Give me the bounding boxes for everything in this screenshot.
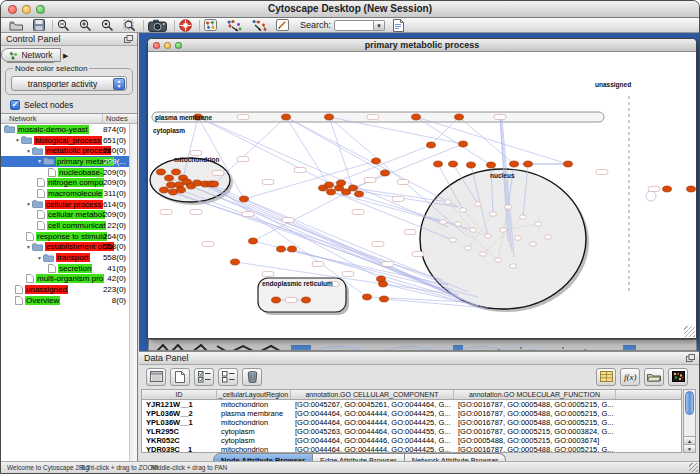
network-node[interactable]	[427, 142, 436, 148]
network-node-label[interactable]	[237, 115, 249, 120]
network-node[interactable]	[272, 297, 281, 303]
network-node-label[interactable]	[262, 272, 274, 277]
network-node[interactable]	[363, 294, 372, 300]
network-node-label[interactable]	[242, 212, 254, 217]
network-node-label[interactable]	[342, 272, 354, 277]
table-row[interactable]: YPL036W__1mitochondrion[GO:0044464, GO:0…	[142, 418, 681, 427]
network-node[interactable]	[520, 215, 527, 219]
network-node[interactable]	[535, 222, 542, 226]
network-node[interactable]	[302, 297, 311, 303]
tree-row[interactable]: cell communicat22(0)	[1, 220, 137, 231]
float-panel-icon[interactable]	[124, 35, 133, 45]
network-node[interactable]	[165, 175, 174, 181]
network-node[interactable]	[687, 186, 696, 192]
network-node-label[interactable]	[190, 151, 202, 156]
tree-row[interactable]: cellular metabol209(0)	[1, 210, 137, 221]
network-node[interactable]	[500, 228, 507, 232]
select-all-attributes-icon[interactable]	[194, 368, 214, 386]
new-attribute-icon[interactable]	[170, 368, 190, 386]
network-node-label[interactable]	[412, 252, 424, 257]
network-node[interactable]	[157, 169, 166, 175]
network-node[interactable]	[412, 114, 421, 120]
network-node[interactable]	[434, 161, 443, 167]
table-row[interactable]: YLR295Ccytoplasm[GO:0045263, GO:0044464,…	[142, 427, 681, 436]
tree-row[interactable]: ▼cellular process614(0)	[1, 199, 137, 210]
disclosure-triangle-icon[interactable]: ▼	[26, 148, 31, 154]
document-icon[interactable]	[393, 18, 404, 32]
zoom-out-icon[interactable]	[57, 18, 70, 32]
network-node[interactable]	[495, 258, 502, 262]
column-header[interactable]: ID	[142, 390, 217, 399]
minimize-window-icon[interactable]	[22, 5, 31, 14]
network-node[interactable]	[193, 180, 202, 186]
background-window-sliver[interactable]	[148, 339, 697, 351]
network-node-label[interactable]	[648, 187, 660, 192]
network-node[interactable]	[349, 185, 358, 191]
unselect-all-attributes-icon[interactable]	[218, 368, 238, 386]
network-node[interactable]	[337, 180, 346, 186]
network-node-label[interactable]	[237, 157, 249, 162]
tree-row[interactable]: response to stimulu264(0)	[1, 231, 137, 242]
open-session-icon[interactable]	[9, 18, 24, 32]
network-node[interactable]	[355, 191, 364, 197]
zoom-fit-icon[interactable]	[123, 18, 136, 32]
network-node[interactable]	[505, 205, 512, 209]
search-dropdown-arrow-icon[interactable]: ▼	[374, 20, 385, 31]
import-network-icon[interactable]	[226, 18, 242, 32]
scroll-up-icon[interactable]: ▲	[684, 436, 695, 444]
network-node[interactable]	[480, 252, 487, 256]
network-node[interactable]	[372, 158, 381, 164]
network-node[interactable]	[167, 182, 176, 188]
window-resize-grip-icon[interactable]	[689, 463, 698, 472]
network-node[interactable]	[510, 264, 517, 268]
scroll-down-icon[interactable]: ▼	[684, 444, 695, 452]
network-node[interactable]	[327, 189, 336, 195]
network-node[interactable]	[663, 186, 672, 192]
minimize-frame-icon[interactable]	[164, 42, 171, 49]
network-node[interactable]	[450, 238, 457, 242]
network-node[interactable]	[510, 161, 519, 167]
network-node-label[interactable]	[372, 242, 384, 247]
network-node[interactable]	[440, 220, 447, 224]
network-node[interactable]	[379, 281, 388, 287]
network-node-label[interactable]	[202, 242, 214, 247]
matrix-view-icon[interactable]	[668, 368, 688, 386]
network-node-label[interactable]	[212, 171, 224, 176]
table-row[interactable]: YJR121W__1mitochondrion[GO:0045267, GO:0…	[142, 400, 681, 409]
column-header[interactable]: _cellularLayoutRegion	[217, 390, 291, 399]
attribute-list-icon[interactable]	[146, 368, 166, 386]
network-node-label[interactable]	[382, 262, 394, 267]
network-node[interactable]	[282, 114, 291, 120]
table-scrollbar[interactable]: ▲ ▼	[683, 389, 696, 453]
tab-scroll-right-icon[interactable]: ▶	[63, 52, 68, 60]
network-node[interactable]	[490, 212, 497, 216]
float-panel-icon[interactable]	[686, 354, 695, 364]
network-node-label[interactable]	[262, 180, 274, 185]
network-node-label[interactable]	[294, 168, 306, 173]
network-window-titlebar[interactable]: primary metabolic process	[148, 39, 696, 52]
network-node[interactable]	[455, 222, 462, 226]
import-attributes-folder-icon[interactable]	[644, 368, 664, 386]
save-session-icon[interactable]	[33, 18, 45, 32]
disclosure-triangle-icon[interactable]: ▼	[37, 158, 42, 164]
network-node-label[interactable]	[352, 210, 364, 215]
network-node-label[interactable]	[596, 170, 608, 175]
network-canvas[interactable]: plasma membranecytoplasmmitochondrionnuc…	[148, 52, 696, 338]
help-lifering-icon[interactable]	[179, 18, 192, 32]
network-node[interactable]	[169, 189, 178, 195]
tree-row[interactable]: Overview8(0)	[1, 295, 137, 306]
table-row[interactable]: YDR039C__1mitochondrion[GO:0044464, GO:0…	[142, 445, 681, 453]
network-node[interactable]	[177, 187, 186, 193]
network-node[interactable]	[487, 162, 496, 168]
table-row[interactable]: YPL036W__2plasma membrane[GO:0044464, GO…	[142, 409, 681, 418]
network-node[interactable]	[160, 187, 169, 193]
attribute-editor-icon[interactable]	[596, 368, 616, 386]
network-node-label[interactable]	[397, 180, 409, 185]
disclosure-triangle-icon[interactable]: ▼	[26, 244, 31, 250]
network-node[interactable]	[470, 228, 477, 232]
close-window-icon[interactable]	[8, 5, 17, 14]
network-node[interactable]	[249, 238, 258, 244]
network-node[interactable]	[325, 182, 334, 188]
network-node[interactable]	[475, 202, 482, 206]
tree-row[interactable]: ▼establishment of lo558(0)	[1, 242, 137, 253]
